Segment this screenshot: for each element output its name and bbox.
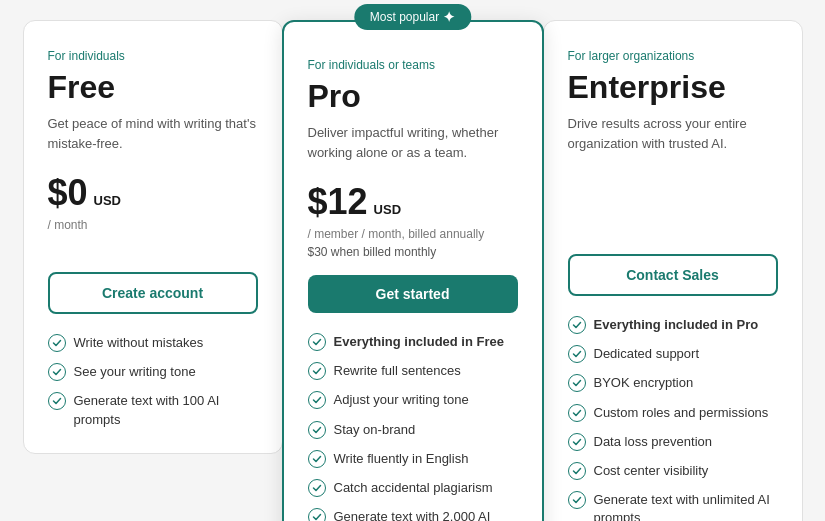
plan-description-pro: Deliver impactful writing, whether worki…: [308, 123, 518, 163]
feature-text: Dedicated support: [594, 345, 700, 363]
feature-text: Custom roles and permissions: [594, 404, 769, 422]
price-currency-free: USD: [94, 193, 121, 208]
feature-text: Catch accidental plagiarism: [334, 479, 493, 497]
features-list-free: Write without mistakes See your writing …: [48, 334, 258, 429]
feature-item: Generate text with unlimited AI prompts: [568, 491, 778, 521]
plan-description-enterprise: Drive results across your entire organiz…: [568, 114, 778, 154]
feature-item: Write fluently in English: [308, 450, 518, 468]
feature-text: Cost center visibility: [594, 462, 709, 480]
check-icon: [308, 333, 326, 351]
feature-text: Write without mistakes: [74, 334, 204, 352]
most-popular-badge: Most popular ✦: [354, 4, 471, 30]
feature-item: Custom roles and permissions: [568, 404, 778, 422]
plan-name-pro: Pro: [308, 78, 518, 115]
cta-button-pro[interactable]: Get started: [308, 275, 518, 313]
feature-item: Catch accidental plagiarism: [308, 479, 518, 497]
plan-name-free: Free: [48, 69, 258, 106]
check-icon: [568, 374, 586, 392]
features-list-pro: Everything included in Free Rewrite full…: [308, 333, 518, 521]
price-row-pro: $12 USD: [308, 181, 518, 223]
price-period-free: / month: [48, 218, 258, 232]
price-amount-free: $0: [48, 172, 88, 214]
check-icon: [308, 479, 326, 497]
check-icon: [568, 433, 586, 451]
plus-icon: ✦: [443, 9, 455, 25]
feature-text: Everything included in Free: [334, 333, 504, 351]
check-icon: [568, 316, 586, 334]
check-icon: [568, 404, 586, 422]
check-icon: [48, 363, 66, 381]
plan-label-free: For individuals: [48, 49, 258, 63]
check-icon: [308, 450, 326, 468]
price-amount-pro: $12: [308, 181, 368, 223]
plan-label-pro: For individuals or teams: [308, 58, 518, 72]
feature-item: Write without mistakes: [48, 334, 258, 352]
check-icon: [568, 345, 586, 363]
pricing-container: For individualsFreeGet peace of mind wit…: [23, 20, 803, 521]
feature-text: Generate text with 100 AI prompts: [74, 392, 258, 428]
feature-item: Stay on-brand: [308, 421, 518, 439]
check-icon: [308, 362, 326, 380]
check-icon: [308, 421, 326, 439]
feature-text: Stay on-brand: [334, 421, 416, 439]
check-icon: [568, 462, 586, 480]
feature-item: See your writing tone: [48, 363, 258, 381]
cta-button-enterprise[interactable]: Contact Sales: [568, 254, 778, 296]
feature-item: Everything included in Pro: [568, 316, 778, 334]
plan-label-enterprise: For larger organizations: [568, 49, 778, 63]
price-row-free: $0 USD: [48, 172, 258, 214]
plan-description-free: Get peace of mind with writing that's mi…: [48, 114, 258, 154]
check-icon: [568, 491, 586, 509]
price-period-pro: / member / month, billed annually: [308, 227, 518, 241]
feature-item: Generate text with 2,000 AI prompts: [308, 508, 518, 521]
most-popular-label: Most popular: [370, 10, 439, 24]
feature-item: Cost center visibility: [568, 462, 778, 480]
feature-text: Rewrite full sentences: [334, 362, 461, 380]
plan-name-enterprise: Enterprise: [568, 69, 778, 106]
feature-text: Everything included in Pro: [594, 316, 759, 334]
feature-item: Rewrite full sentences: [308, 362, 518, 380]
plan-card-free: For individualsFreeGet peace of mind wit…: [23, 20, 283, 454]
feature-text: Write fluently in English: [334, 450, 469, 468]
feature-text: Adjust your writing tone: [334, 391, 469, 409]
feature-item: BYOK encryption: [568, 374, 778, 392]
feature-item: Generate text with 100 AI prompts: [48, 392, 258, 428]
plan-card-pro: Most popular ✦ For individuals or teamsP…: [282, 20, 544, 521]
plan-card-enterprise: For larger organizationsEnterpriseDrive …: [543, 20, 803, 521]
check-icon: [308, 508, 326, 521]
feature-text: Generate text with 2,000 AI prompts: [334, 508, 518, 521]
feature-item: Data loss prevention: [568, 433, 778, 451]
price-monthly-pro: $30 when billed monthly: [308, 245, 518, 259]
feature-text: BYOK encryption: [594, 374, 694, 392]
check-icon: [308, 391, 326, 409]
cta-button-free[interactable]: Create account: [48, 272, 258, 314]
check-icon: [48, 392, 66, 410]
feature-text: Generate text with unlimited AI prompts: [594, 491, 778, 521]
feature-text: Data loss prevention: [594, 433, 713, 451]
features-list-enterprise: Everything included in Pro Dedicated sup…: [568, 316, 778, 521]
feature-item: Everything included in Free: [308, 333, 518, 351]
feature-text: See your writing tone: [74, 363, 196, 381]
feature-item: Adjust your writing tone: [308, 391, 518, 409]
check-icon: [48, 334, 66, 352]
feature-item: Dedicated support: [568, 345, 778, 363]
price-currency-pro: USD: [374, 202, 401, 217]
